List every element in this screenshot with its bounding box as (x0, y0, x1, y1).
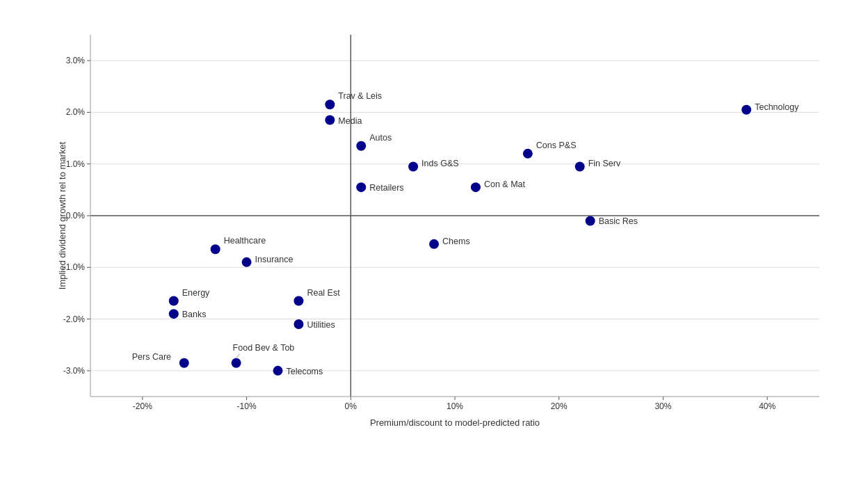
svg-point-45 (408, 161, 418, 171)
svg-text:40%: 40% (759, 401, 775, 411)
svg-point-49 (523, 149, 533, 159)
svg-point-69 (294, 319, 303, 329)
svg-text:-3.0%: -3.0% (63, 366, 86, 376)
svg-rect-0 (56, 21, 840, 431)
svg-text:0%: 0% (345, 401, 357, 411)
svg-text:Retailers: Retailers (369, 183, 403, 193)
svg-text:Autos: Autos (369, 133, 392, 143)
svg-point-41 (325, 115, 335, 125)
svg-point-53 (471, 182, 481, 192)
svg-text:Technology: Technology (755, 102, 799, 112)
svg-text:0.0%: 0.0% (66, 211, 86, 221)
svg-point-59 (211, 244, 220, 254)
svg-point-71 (179, 358, 189, 368)
svg-text:Implied dividend growth rel to: Implied dividend growth rel to market (57, 141, 67, 289)
svg-text:-20%: -20% (133, 401, 152, 411)
svg-text:Utilities: Utilities (307, 320, 335, 330)
svg-text:1.0%: 1.0% (66, 159, 86, 169)
svg-text:3.0%: 3.0% (66, 56, 86, 65)
svg-point-43 (356, 141, 366, 151)
svg-text:Food Bev & Tob: Food Bev & Tob (233, 343, 295, 353)
svg-text:2.0%: 2.0% (66, 107, 86, 117)
svg-point-51 (575, 161, 585, 171)
chart-area: -20%-10%0%10%20%30%40%3.0%2.0%1.0%0.0%-1… (56, 21, 840, 431)
svg-text:-2.0%: -2.0% (63, 314, 86, 324)
svg-text:Media: Media (338, 116, 362, 126)
svg-text:Insurance: Insurance (255, 255, 294, 264)
svg-text:Chems: Chems (442, 237, 470, 246)
svg-text:Real Est: Real Est (307, 288, 340, 298)
svg-text:Banks: Banks (182, 310, 207, 319)
svg-text:Trav & Leis: Trav & Leis (338, 91, 382, 101)
svg-text:Energy: Energy (182, 288, 210, 298)
svg-text:Cons P&S: Cons P&S (536, 141, 577, 150)
svg-text:Fin Serv: Fin Serv (588, 159, 621, 168)
scatter-chart: -20%-10%0%10%20%30%40%3.0%2.0%1.0%0.0%-1… (56, 21, 840, 431)
svg-text:Premium/discount to model-pred: Premium/discount to model-predicted rati… (370, 417, 540, 428)
svg-point-37 (741, 105, 751, 115)
svg-text:Telecoms: Telecoms (286, 367, 323, 376)
svg-point-65 (169, 309, 179, 319)
svg-point-76 (273, 366, 282, 376)
svg-point-63 (169, 296, 179, 306)
svg-text:20%: 20% (551, 401, 568, 411)
svg-point-67 (294, 296, 303, 306)
chart-container: -20%-10%0%10%20%30%40%3.0%2.0%1.0%0.0%-1… (0, 0, 868, 487)
svg-text:Inds G&S: Inds G&S (421, 159, 459, 168)
svg-text:10%: 10% (447, 401, 463, 411)
svg-text:Basic Res: Basic Res (599, 216, 638, 226)
svg-text:Healthcare: Healthcare (224, 236, 266, 246)
svg-point-55 (429, 239, 439, 249)
svg-point-47 (356, 182, 366, 192)
svg-text:-10%: -10% (237, 401, 257, 411)
svg-text:Pers Care: Pers Care (132, 352, 171, 362)
svg-point-61 (242, 257, 252, 267)
svg-text:Con & Mat: Con & Mat (484, 179, 526, 189)
svg-text:30%: 30% (654, 401, 671, 411)
svg-point-57 (586, 216, 595, 225)
svg-point-39 (325, 99, 335, 109)
svg-point-73 (232, 358, 241, 368)
